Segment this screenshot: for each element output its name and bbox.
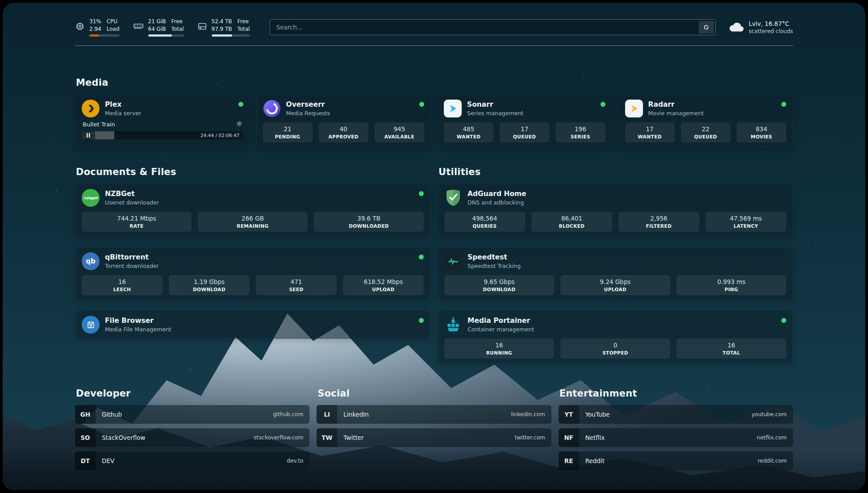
radarr-icon xyxy=(625,100,643,117)
stat-value: 9.65 Gbps xyxy=(446,278,552,285)
bookmark-reddit[interactable]: RE Reddit reddit.com xyxy=(559,451,793,470)
app-name: Sonarr xyxy=(467,100,523,109)
playback-fill xyxy=(95,131,114,139)
speedtest-card[interactable]: Speedtest Speedtest Tracking 9.65 Gbps D… xyxy=(438,247,793,301)
pause-button[interactable] xyxy=(82,131,95,139)
bookmark-abbr: LI xyxy=(317,405,337,424)
bookmark-github[interactable]: GH Github github.com xyxy=(75,405,309,424)
stat-label: LATENCY xyxy=(707,223,785,229)
bookmark-linkedin[interactable]: LI LinkedIn linkedin.com xyxy=(317,405,551,424)
status-online-dot xyxy=(781,102,786,107)
search-engine-button[interactable]: G xyxy=(699,21,714,33)
documents-section-title: Documents & Files xyxy=(76,167,430,177)
snow-flakes xyxy=(3,3,4,4)
stat-value: 618.52 Mbps xyxy=(345,278,422,285)
app-name: File Browser xyxy=(105,317,171,325)
stat-label: WANTED xyxy=(446,134,492,139)
bookmark-stackoverflow[interactable]: SO StackOverflow stackoverflow.com xyxy=(75,428,309,447)
utilities-section-title: Utilities xyxy=(438,167,793,177)
cpu-progress-bar xyxy=(89,34,120,37)
bookmark-abbr: TW xyxy=(317,428,337,447)
status-online-dot xyxy=(419,191,424,196)
filebrowser-icon xyxy=(82,316,100,334)
stat-blocked: 86,401 BLOCKED xyxy=(531,212,612,232)
stat-wanted: 17 WANTED xyxy=(625,122,675,142)
bookmark-name: YouTube xyxy=(585,411,610,418)
stat-upload: 9.24 Gbps UPLOAD xyxy=(560,275,670,295)
media-section-title: Media xyxy=(76,77,793,88)
stat-value: 16 xyxy=(678,342,785,349)
bookmark-url: linkedin.com xyxy=(511,411,545,418)
ram-free-label: Free xyxy=(171,18,184,25)
stat-approved: 40 APPROVED xyxy=(319,122,368,142)
stat-value: 744.21 Mbps xyxy=(83,215,190,222)
stat-value: 471 xyxy=(258,278,335,285)
disk-total-value: 97.9 TB xyxy=(212,25,232,33)
bookmark-dev[interactable]: DT DEV dev.to xyxy=(75,451,309,470)
plex-card[interactable]: Plex Media server Bullet Train xyxy=(75,94,250,148)
stat-value: 0 xyxy=(562,342,668,349)
entertainment-section-title: Entertainment xyxy=(559,388,793,399)
stat-label: SEED xyxy=(258,287,335,292)
bookmark-url: reddit.com xyxy=(758,458,787,464)
bookmark-twitter[interactable]: TW Twitter twitter.com xyxy=(317,428,551,447)
playback-progress[interactable]: 24:44 / 02:06:47 xyxy=(82,131,243,139)
bookmark-youtube[interactable]: YT YouTube youtube.com xyxy=(559,405,793,424)
stat-filtered: 2,956 FILTERED xyxy=(618,212,699,232)
status-online-dot xyxy=(238,102,243,107)
playback-track[interactable] xyxy=(95,131,197,139)
stat-stopped: 0 STOPPED xyxy=(560,338,670,359)
section-utilities: Utilities xyxy=(438,167,793,364)
overseerr-card[interactable]: Overseerr Media Requests 21 PENDING 40 A… xyxy=(256,94,431,148)
stat-label: LEECH xyxy=(83,287,161,292)
sonarr-card[interactable]: Sonarr Series management 485 WANTED 17 Q… xyxy=(437,94,612,148)
stat-label: BLOCKED xyxy=(533,223,610,229)
stat-label: PING xyxy=(678,287,785,292)
portainer-card[interactable]: Media Portainer Container management 16 … xyxy=(438,310,793,364)
stat-label: FILTERED xyxy=(620,223,697,229)
stat-value: 22 xyxy=(683,125,729,133)
bookmark-netflix[interactable]: NF Netflix netflix.com xyxy=(559,428,793,447)
gear-icon[interactable] xyxy=(236,121,242,128)
stat-label: QUERIES xyxy=(446,223,523,229)
app-subtitle: Usenet downloader xyxy=(105,199,159,206)
header-divider xyxy=(75,46,793,46)
bookmark-name: StackOverflow xyxy=(102,434,146,441)
status-online-dot xyxy=(419,102,424,107)
speedtest-icon xyxy=(444,252,462,270)
status-online-dot xyxy=(781,318,786,323)
stat-label: DOWNLOADED xyxy=(316,223,422,229)
search-input[interactable] xyxy=(275,23,699,31)
stat-value: 16 xyxy=(446,342,552,349)
stat-value: 498,564 xyxy=(446,215,523,222)
plex-icon xyxy=(82,100,100,117)
stat-value: 196 xyxy=(557,125,603,133)
filebrowser-card[interactable]: File Browser Media File Management xyxy=(75,310,430,339)
section-developer: Developer GH Github github.com SO StackO… xyxy=(75,388,309,475)
stat-total: 16 TOTAL xyxy=(676,338,786,359)
stat-label: RUNNING xyxy=(446,350,552,355)
playback-time: 24:44 / 02:06:47 xyxy=(197,133,243,138)
nzbget-card[interactable]: nzbget NZBGet Usenet downloader 744.21 M… xyxy=(75,184,430,237)
app-subtitle: Movie management xyxy=(648,110,704,117)
bookmark-url: github.com xyxy=(273,411,303,418)
app-subtitle: Series management xyxy=(467,110,523,117)
disk-free-label: Free xyxy=(238,18,250,25)
stat-value: 9.24 Gbps xyxy=(562,278,668,285)
stat-label: TOTAL xyxy=(678,350,785,355)
stat-remaining: 266 GB REMAINING xyxy=(198,212,308,232)
adguard-card[interactable]: AdGuard Home DNS and adblocking 498,564 … xyxy=(438,184,793,237)
stat-queued: 17 QUEUED xyxy=(500,122,549,142)
qbittorrent-card[interactable]: qb qBittorrent Torrent downloader 16 LEE… xyxy=(75,247,430,301)
weather-widget[interactable]: Lviv, 16.87°C scattered clouds xyxy=(728,20,793,35)
bookmark-abbr: NF xyxy=(559,428,579,447)
sonarr-icon xyxy=(444,100,462,117)
disk-total-label: Total xyxy=(238,25,250,33)
stat-value: 834 xyxy=(739,125,785,133)
weather-location: Lviv, 16.87°C xyxy=(749,20,793,28)
stat-label: AVAILABLE xyxy=(376,134,422,139)
cpu-progress-fill xyxy=(89,34,99,37)
stat-label: QUEUED xyxy=(501,134,547,139)
radarr-card[interactable]: Radarr Movie management 17 WANTED 22 QUE… xyxy=(618,94,793,148)
topbar: 31% 2.94 CPU Load xyxy=(75,14,793,40)
